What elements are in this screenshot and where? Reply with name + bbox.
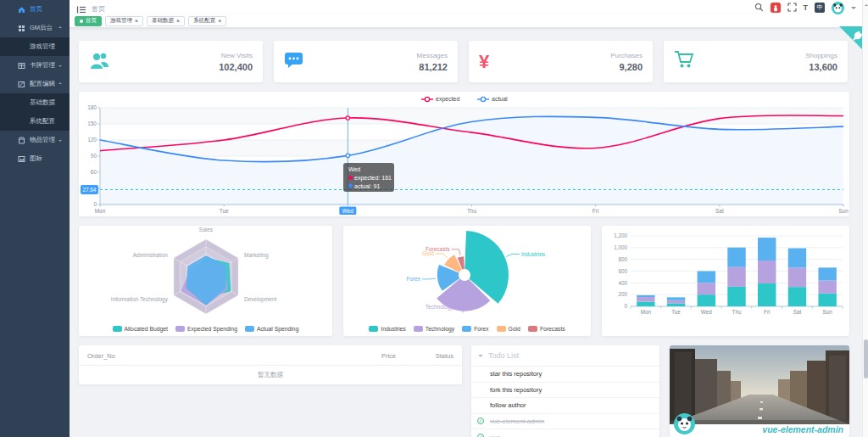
sidebar-item-icons[interactable]: 图标 (0, 149, 70, 168)
stat-card-purchases[interactable]: ¥ Purchases 9,280 (469, 41, 653, 82)
bar-chart-card: 02004006008001,0001,200MonTueWedThuFriSa… (602, 226, 849, 336)
tag-home[interactable]: 首页 (75, 16, 102, 26)
svg-text:Thu: Thu (467, 208, 477, 214)
legend-item[interactable]: Allocated Budget (113, 326, 168, 332)
legend-swatch (528, 326, 537, 332)
stat-card-shoppings[interactable]: Shoppings 13,600 (664, 41, 848, 82)
svg-text:expected: expected (436, 96, 460, 103)
pie-chart-card: IndustriesTechnologyForexGoldForecasts I… (343, 226, 591, 336)
legend-swatch (497, 326, 506, 332)
svg-text:Fri: Fri (593, 208, 599, 214)
navbar: 首页 T 中 (70, 0, 868, 14)
tag-system-config[interactable]: 系统配置 (188, 16, 226, 26)
sidebar-item-home[interactable]: 首页 (0, 0, 70, 19)
svg-text:Wed: Wed (342, 208, 354, 214)
bar-chart[interactable]: 02004006008001,0001,200MonTueWedThuFriSa… (602, 226, 849, 336)
error-log-badge[interactable] (771, 3, 781, 13)
tags-view-bar: 首页 游戏管理 基础数据 系统配置 (70, 14, 868, 28)
scrollbar[interactable] (862, 0, 868, 437)
chevron-down-icon[interactable] (478, 355, 483, 360)
sidebar-item-gm[interactable]: GM后台 (0, 19, 70, 37)
sidebar-item-game-mgmt[interactable]: 游戏管理 (0, 37, 70, 56)
todo-item[interactable]: follow author (471, 398, 659, 414)
legend-item[interactable]: Industries (369, 326, 405, 332)
table-empty-text: 暂无数据 (79, 366, 462, 379)
legend-swatch (369, 326, 378, 332)
svg-text:Sat: Sat (793, 309, 802, 315)
svg-text:200: 200 (618, 291, 627, 297)
language-icon[interactable]: 中 (815, 3, 825, 13)
svg-text:Thu: Thu (732, 309, 742, 315)
breadcrumb[interactable]: 首页 (92, 4, 105, 14)
pie-legend: IndustriesTechnologyForexGoldForecasts (343, 326, 591, 332)
legend-swatch (175, 326, 185, 332)
legend-item[interactable]: Expected Spending (175, 326, 237, 332)
box-avatar[interactable] (674, 413, 695, 434)
sidebar-item-system-config[interactable]: 系统配置 (0, 112, 70, 131)
todo-item[interactable]: star this repository (471, 367, 659, 383)
legend-swatch (245, 326, 254, 332)
sidebar: 首页 GM后台 游戏管理 卡牌管理 配置编辑 基础数据 (0, 0, 70, 437)
pie-chart[interactable]: IndustriesTechnologyForexGoldForecasts (343, 226, 591, 321)
sidebar-item-base-data[interactable]: 基础数据 (0, 93, 70, 112)
svg-text:Forex: Forex (406, 276, 420, 282)
todo-item-done[interactable]: vue-element-admin (471, 414, 659, 430)
stat-card-messages[interactable]: Messages 81,212 (274, 41, 458, 82)
font-size-icon[interactable]: T (804, 4, 809, 12)
shopping-cart-icon (674, 50, 695, 73)
sidebar-item-goods-mgmt[interactable]: 物品管理 (0, 131, 70, 149)
column-header-status: Status (396, 352, 453, 360)
radar-chart[interactable]: SalesMarketingDevelopmentCustomer Suppor… (79, 226, 332, 321)
close-icon[interactable] (218, 18, 221, 24)
sidebar-item-card-mgmt[interactable]: 卡牌管理 (0, 56, 70, 75)
todo-item-done[interactable]: vue (471, 429, 659, 437)
fullscreen-icon[interactable] (787, 0, 797, 15)
line-chart-card: 030609012015018027.64MonTueWedThuFriSatS… (79, 92, 849, 216)
legend-swatch (113, 326, 122, 332)
scroll-up-arrow[interactable] (865, 3, 868, 6)
legend-item[interactable]: Technology (414, 326, 454, 332)
stat-label: Messages (417, 52, 448, 59)
svg-text:Wed: Wed (701, 309, 712, 315)
stat-value: 9,280 (610, 62, 643, 72)
tag-base-data[interactable]: 基础数据 (147, 16, 185, 26)
legend-item[interactable]: Forex (462, 326, 488, 332)
legend-item[interactable]: Actual Spending (245, 326, 299, 332)
table-header-row: Order_No Price Status (79, 345, 462, 366)
box-card-title: vue-element-admin (762, 424, 843, 434)
sidebar-item-label: 游戏管理 (30, 42, 55, 51)
active-dot (80, 20, 83, 23)
todo-item[interactable]: fork this repository (471, 383, 659, 399)
close-icon[interactable] (176, 18, 180, 24)
svg-text:Marketing: Marketing (244, 252, 269, 259)
dashboard-page: 首页 GM后台 游戏管理 卡牌管理 配置编辑 基础数据 (0, 0, 868, 437)
todo-input[interactable] (487, 350, 614, 361)
svg-text:actual: 91: actual: 91 (354, 183, 380, 189)
search-icon[interactable] (754, 0, 764, 15)
message-icon (284, 51, 304, 73)
check-circle-icon[interactable] (477, 434, 484, 437)
svg-text:90: 90 (91, 153, 97, 159)
line-chart[interactable]: 030609012015018027.64MonTueWedThuFriSatS… (79, 92, 849, 216)
radar-chart-card: SalesMarketingDevelopmentCustomer Suppor… (79, 226, 332, 336)
avatar[interactable] (832, 2, 844, 14)
people-icon (89, 51, 111, 73)
check-circle-icon[interactable] (477, 417, 484, 424)
stat-label: Purchases (610, 52, 643, 59)
svg-text:1,200: 1,200 (614, 233, 627, 238)
navbar-actions: T 中 (754, 2, 857, 14)
legend-item[interactable]: Forecasts (528, 326, 565, 332)
close-icon[interactable] (135, 18, 138, 24)
svg-text:Wed: Wed (348, 166, 360, 172)
stat-label: Shoppings (805, 52, 837, 59)
legend-item[interactable]: Gold (497, 326, 520, 332)
legend-swatch (462, 326, 471, 332)
svg-text:600: 600 (618, 268, 627, 274)
tag-game-mgmt[interactable]: 游戏管理 (105, 16, 143, 26)
scrollbar-thumb[interactable] (864, 339, 868, 378)
svg-text:60: 60 (91, 169, 97, 175)
stat-value: 13,600 (805, 62, 837, 72)
caret-down-icon[interactable] (851, 7, 856, 12)
sidebar-item-config-edit[interactable]: 配置编辑 (0, 75, 70, 93)
stat-card-new-visits[interactable]: New Visits 102,400 (79, 41, 263, 82)
